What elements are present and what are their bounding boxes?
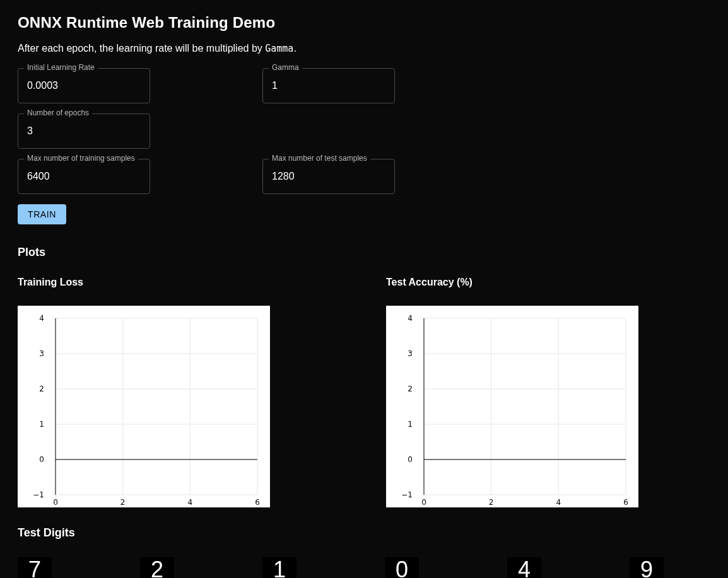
test-digits-heading: Test Digits	[18, 526, 710, 540]
svg-text:2: 2	[120, 498, 126, 507]
svg-text:2: 2	[408, 384, 413, 393]
field-outline	[18, 68, 150, 103]
digit-sample: 0	[385, 557, 419, 578]
svg-text:2: 2	[489, 498, 494, 507]
digit-sample: 9	[630, 557, 664, 578]
plots-row: Training Loss 0246−101234 Test Accuracy …	[18, 277, 710, 507]
field-outline	[18, 113, 150, 149]
field-label-train-n: Max number of training samples	[24, 154, 138, 163]
description-suffix: .	[293, 43, 296, 54]
epochs-input[interactable]	[26, 125, 142, 137]
form-grid: Initial Learning Rate Gamma Number of ep…	[18, 68, 710, 194]
field-initial-learning-rate: Initial Learning Rate	[18, 68, 150, 103]
svg-text:0: 0	[421, 498, 426, 507]
plots-heading: Plots	[18, 246, 710, 259]
field-label-test-n: Max number of test samples	[269, 154, 370, 163]
field-label-lr: Initial Learning Rate	[24, 63, 98, 72]
page-title: ONNX Runtime Web Training Demo	[18, 14, 710, 32]
plot-canvas-acc: 0246−101234	[386, 306, 638, 507]
field-label-gamma: Gamma	[269, 63, 302, 72]
field-test-samples: Max number of test samples	[262, 159, 395, 194]
digit-sample: 7	[18, 557, 52, 578]
field-outline	[262, 68, 395, 103]
plot-title-loss: Training Loss	[18, 277, 270, 288]
field-gamma: Gamma	[262, 68, 395, 103]
test-digits-row: 7 2 1 0 4 9	[18, 557, 710, 578]
svg-text:−1: −1	[401, 490, 413, 499]
svg-text:0: 0	[53, 498, 58, 507]
svg-text:4: 4	[556, 498, 561, 507]
gamma-input[interactable]	[271, 79, 387, 92]
svg-text:4: 4	[408, 314, 413, 323]
field-train-samples: Max number of training samples	[18, 159, 150, 194]
svg-text:1: 1	[408, 420, 413, 429]
digit-sample: 2	[140, 557, 174, 578]
svg-text:4: 4	[188, 498, 193, 507]
plot-title-acc: Test Accuracy (%)	[386, 277, 638, 288]
train-samples-input[interactable]	[26, 170, 142, 183]
svg-text:4: 4	[39, 314, 44, 323]
svg-text:3: 3	[408, 349, 413, 358]
field-epochs: Number of epochs	[18, 113, 150, 149]
field-outline	[262, 159, 395, 194]
svg-text:6: 6	[255, 498, 260, 507]
svg-text:0: 0	[408, 455, 413, 464]
svg-text:−1: −1	[33, 490, 44, 499]
svg-text:1: 1	[39, 420, 44, 429]
plot-test-accuracy: Test Accuracy (%) 0246−101234	[386, 277, 638, 507]
svg-text:0: 0	[39, 455, 44, 464]
field-label-epochs: Number of epochs	[24, 108, 92, 117]
plot-canvas-loss: 0246−101234	[18, 306, 270, 507]
train-button[interactable]: Train	[18, 204, 66, 224]
digit-sample: 4	[507, 557, 541, 578]
description-prefix: After each epoch, the learning rate will…	[18, 43, 265, 54]
test-samples-input[interactable]	[271, 170, 387, 183]
learning-rate-input[interactable]	[26, 79, 142, 92]
plot-training-loss: Training Loss 0246−101234	[18, 277, 270, 507]
svg-text:2: 2	[39, 384, 44, 393]
field-outline	[18, 159, 150, 194]
description-code: Gamma	[265, 43, 293, 54]
description-text: After each epoch, the learning rate will…	[18, 43, 710, 54]
digit-sample: 1	[262, 557, 296, 578]
svg-text:6: 6	[623, 498, 628, 507]
svg-text:3: 3	[39, 349, 44, 358]
